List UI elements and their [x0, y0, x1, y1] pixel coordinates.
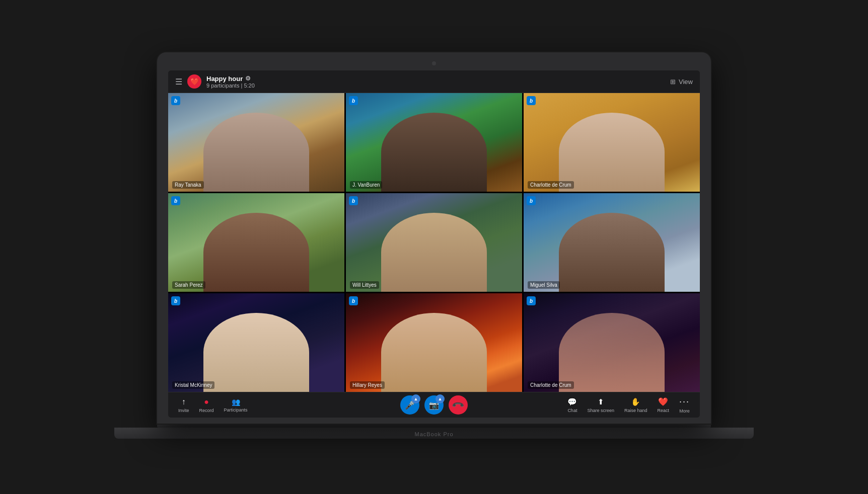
video-tile-miguel: b Miguel Silva [524, 193, 700, 292]
bing-badge-hillary: b [349, 296, 358, 305]
participants-button[interactable]: 👥 Participants [224, 398, 248, 413]
bing-badge-miguel: b [527, 196, 536, 205]
react-icon: ❤️ [658, 397, 668, 406]
video-tile-charlotte1: b Charlotte de Crum [524, 93, 700, 192]
bing-badge-sarah: b [171, 196, 180, 205]
camera-chevron[interactable]: ▲ [436, 394, 445, 403]
more-label: More [679, 408, 690, 414]
meeting-title: Happy hour ⚙ [206, 75, 255, 83]
hangup-button[interactable]: 📞 [449, 395, 468, 415]
video-tile-kristal: b Kristal McKinney [168, 293, 344, 392]
chat-button[interactable]: 💬 Chat [567, 397, 577, 413]
view-button[interactable]: ⊞ View [670, 78, 693, 86]
laptop-brand-label: MacBook Pro [414, 431, 453, 437]
laptop-foot-right [658, 439, 754, 442]
react-label: React [657, 408, 669, 413]
bing-badge-charlotte1: b [527, 96, 536, 105]
invite-icon: ↑ [182, 397, 186, 406]
participants-label: Participants [224, 407, 248, 413]
video-grid: b Ray Tanaka b J. VanBuren b Charlotte d… [168, 93, 700, 392]
camera-dot [432, 61, 436, 65]
toolbar-left: ↑ Invite ● Record 👥 Participants [178, 397, 248, 413]
video-tile-ray: b Ray Tanaka [168, 93, 344, 192]
participants-icon: 👥 [232, 398, 240, 406]
meeting-info: Happy hour ⚙ 9 participants | 5:20 [206, 75, 255, 89]
participant-name-ray: Ray Tanaka [172, 181, 204, 189]
bing-badge-charlotte2: b [527, 296, 536, 305]
laptop-feet [114, 439, 754, 442]
toolbar-right: 💬 Chat ⬆ Share screen ✋ Raise hand ❤️ Re… [567, 396, 690, 414]
menu-icon[interactable]: ☰ [175, 77, 182, 87]
bing-badge-kristal: b [171, 296, 180, 305]
meeting-emoji-icon: ❤️ [187, 74, 201, 89]
more-button[interactable]: ··· More [679, 396, 690, 414]
participant-name-miguel: Miguel Silva [528, 281, 560, 289]
video-tile-charlotte2: b Charlotte de Crum [524, 293, 700, 392]
hangup-icon: 📞 [451, 398, 465, 412]
raise-hand-button[interactable]: ✋ Raise hand [624, 397, 647, 413]
header-left: ☰ ❤️ Happy hour ⚙ 9 participants | 5:20 [175, 74, 255, 89]
participant-name-charlotte2: Charlotte de Crum [528, 381, 574, 389]
bing-badge-will: b [349, 196, 358, 205]
record-label: Record [199, 408, 214, 413]
video-tile-sarah: b Sarah Perez [168, 193, 344, 292]
share-screen-button[interactable]: ⬆ Share screen [587, 397, 614, 413]
react-button[interactable]: ❤️ React [657, 397, 669, 413]
chat-icon: 💬 [567, 397, 577, 406]
participant-name-sarah: Sarah Perez [172, 281, 205, 289]
video-tile-jvanburen: b J. VanBuren [346, 93, 522, 192]
participant-name-charlotte1: Charlotte de Crum [528, 181, 574, 189]
bing-badge-ray: b [171, 96, 180, 105]
meeting-subtitle: 9 participants | 5:20 [206, 83, 255, 89]
laptop-base: MacBook Pro [114, 428, 754, 439]
bing-badge-jvanburen: b [349, 96, 358, 105]
participant-name-jvanburen: J. VanBuren [350, 181, 382, 189]
participant-name-hillary: Hillary Reyes [350, 381, 385, 389]
participant-name-will: Will Littyes [350, 281, 379, 289]
share-screen-label: Share screen [587, 408, 614, 413]
invite-button[interactable]: ↑ Invite [178, 397, 189, 413]
chat-label: Chat [567, 408, 577, 413]
more-icon: ··· [679, 396, 690, 407]
header: ☰ ❤️ Happy hour ⚙ 9 participants | 5:20 … [168, 70, 700, 93]
screen-bezel: ☰ ❤️ Happy hour ⚙ 9 participants | 5:20 … [157, 52, 711, 424]
toolbar: ↑ Invite ● Record 👥 Participants [168, 392, 700, 418]
record-icon: ● [204, 397, 209, 406]
laptop-foot-left [114, 439, 210, 442]
raise-hand-icon: ✋ [631, 397, 640, 406]
laptop-container: ☰ ❤️ Happy hour ⚙ 9 participants | 5:20 … [157, 52, 711, 442]
grid-view-icon: ⊞ [670, 78, 676, 86]
video-tile-will: b Will Littyes [346, 193, 522, 292]
invite-label: Invite [178, 408, 189, 413]
camera-button[interactable]: 📷 ▲ [424, 395, 444, 415]
laptop-hinge [157, 424, 711, 428]
mute-button[interactable]: 🎤 ▲ [400, 395, 419, 415]
screen: ☰ ❤️ Happy hour ⚙ 9 participants | 5:20 … [168, 70, 700, 418]
participant-name-kristal: Kristal McKinney [172, 381, 214, 389]
share-screen-icon: ⬆ [598, 397, 604, 406]
video-tile-hillary: b Hillary Reyes [346, 293, 522, 392]
settings-icon[interactable]: ⚙ [245, 75, 251, 82]
record-button[interactable]: ● Record [199, 397, 214, 413]
mic-chevron[interactable]: ▲ [411, 394, 420, 403]
raise-hand-label: Raise hand [624, 408, 647, 413]
